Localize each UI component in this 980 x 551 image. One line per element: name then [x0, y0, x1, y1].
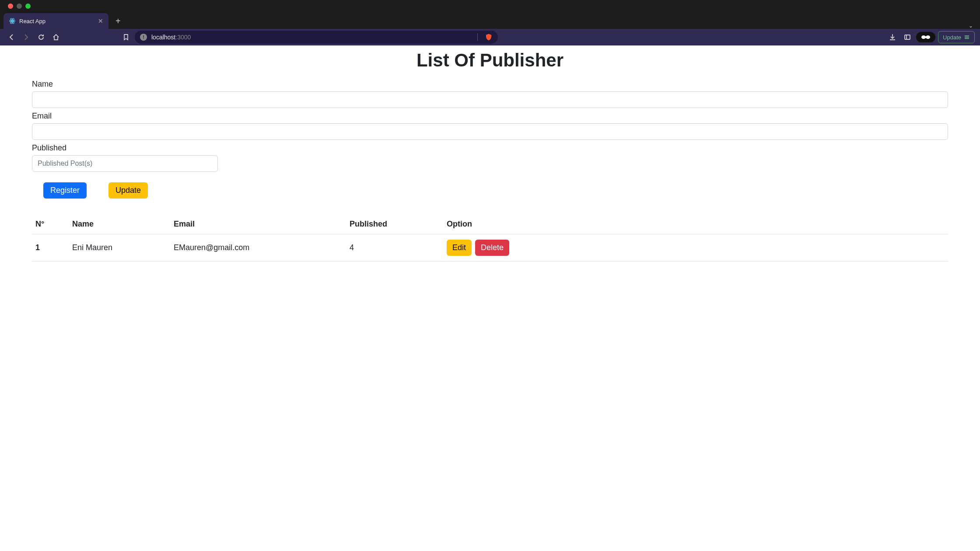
- browser-toolbar: ! localhost:3000 Update: [0, 29, 980, 45]
- header-published: Published: [346, 216, 443, 234]
- forward-button[interactable]: [20, 31, 32, 43]
- published-input[interactable]: [32, 155, 218, 172]
- table-header-row: N° Name Email Published Option: [32, 216, 948, 234]
- page-content: List Of Publisher Name Email Published R…: [0, 45, 980, 551]
- window-titlebar: [0, 0, 980, 12]
- header-no: N°: [32, 216, 69, 234]
- name-input[interactable]: [32, 91, 948, 108]
- site-info-icon[interactable]: !: [140, 34, 147, 41]
- browser-tabbar: React App ✕ + ⌄: [0, 12, 980, 29]
- url-host: localhost: [151, 34, 175, 41]
- tabs-dropdown-icon[interactable]: ⌄: [969, 23, 973, 29]
- window-close-button[interactable]: [8, 3, 13, 9]
- brave-shield-icon[interactable]: [485, 33, 493, 41]
- window-minimize-button[interactable]: [17, 3, 22, 9]
- url-port: :3000: [175, 34, 191, 41]
- svg-point-0: [12, 21, 13, 22]
- name-label: Name: [32, 80, 948, 89]
- browser-tab[interactable]: React App ✕: [4, 13, 108, 29]
- form-group-email: Email: [32, 112, 948, 140]
- cell-no: 1: [32, 234, 69, 262]
- svg-rect-4: [905, 35, 910, 39]
- tab-close-icon[interactable]: ✕: [98, 17, 103, 24]
- private-mode-indicator[interactable]: [916, 32, 935, 42]
- header-name: Name: [69, 216, 170, 234]
- sidebar-toggle-button[interactable]: [901, 31, 914, 43]
- cell-name: Eni Mauren: [69, 234, 170, 262]
- edit-button[interactable]: Edit: [447, 240, 472, 256]
- address-url: localhost:3000: [151, 34, 191, 41]
- update-button[interactable]: Update: [108, 182, 148, 199]
- table-row: 1 Eni Mauren EMauren@gmail.com 4 Edit De…: [32, 234, 948, 262]
- header-option: Option: [443, 216, 948, 234]
- new-tab-button[interactable]: +: [110, 13, 126, 29]
- email-input[interactable]: [32, 123, 948, 140]
- back-button[interactable]: [5, 31, 18, 43]
- window-maximize-button[interactable]: [25, 3, 31, 9]
- address-divider: [477, 33, 478, 41]
- browser-update-button[interactable]: Update: [938, 31, 975, 43]
- delete-button[interactable]: Delete: [475, 240, 509, 256]
- header-email: Email: [170, 216, 346, 234]
- page-title: List Of Publisher: [32, 45, 948, 80]
- cell-published: 4: [346, 234, 443, 262]
- register-button[interactable]: Register: [43, 182, 87, 199]
- reload-button[interactable]: [35, 31, 47, 43]
- browser-update-label: Update: [943, 34, 961, 41]
- bookmark-button[interactable]: [120, 31, 132, 43]
- address-bar[interactable]: ! localhost:3000: [135, 31, 498, 44]
- downloads-button[interactable]: [886, 31, 899, 43]
- cell-option: Edit Delete: [443, 234, 948, 262]
- home-button[interactable]: [50, 31, 62, 43]
- form-group-published: Published: [32, 143, 948, 172]
- published-label: Published: [32, 143, 948, 153]
- react-favicon-icon: [9, 17, 16, 24]
- form-button-row: Register Update: [32, 182, 948, 199]
- tab-title: React App: [19, 18, 94, 24]
- email-label: Email: [32, 112, 948, 121]
- form-group-name: Name: [32, 80, 948, 108]
- cell-email: EMauren@gmail.com: [170, 234, 346, 262]
- publisher-table: N° Name Email Published Option 1 Eni Mau…: [32, 216, 948, 262]
